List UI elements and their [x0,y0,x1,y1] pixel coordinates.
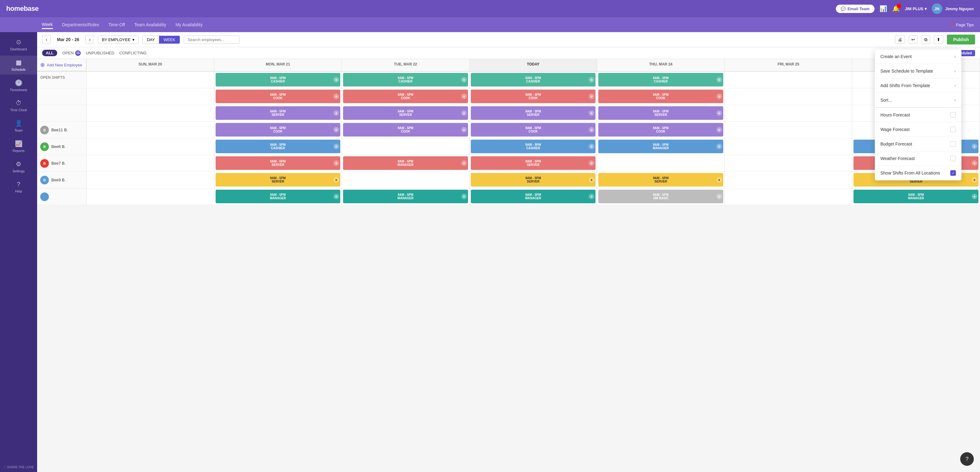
bee11-wed[interactable]: 9AM - 5PM COOK + [469,122,597,138]
day-view-button[interactable]: DAY [143,36,159,44]
share-love[interactable]: ♡ SHARE THE LOVE [0,462,37,472]
add-shift-icon[interactable]: + [589,144,594,149]
bee6-shift-thu[interactable]: 9AM - 5PM MANAGER + [598,139,723,153]
open-cook-thu[interactable]: 9AM - 5PM COOK + [597,88,725,105]
plan-selector[interactable]: JIM PLUS ▾ [905,6,927,11]
prev-week-button[interactable]: ‹ [42,35,51,44]
add-shift-icon[interactable]: + [334,177,339,182]
filter-conflicting[interactable]: CONFLICTING [119,51,146,55]
subnav-team-availability[interactable]: Team Availability [134,21,166,29]
open-cashier-sun[interactable] [87,72,215,88]
add-shift-icon[interactable]: + [716,177,722,182]
unnamed-shift-sat[interactable]: 9AM - 5PM MANAGER + [853,190,978,203]
unnamed-mon[interactable]: 9AM - 5PM MANAGER + [215,188,342,205]
add-shift-icon[interactable]: + [461,194,467,199]
unnamed-thu[interactable]: 9AM - 5PM JIM BASIC + [597,188,725,205]
add-from-template-item[interactable]: Add Shifts From Template › [875,78,961,93]
budget-forecast-check[interactable] [950,141,956,147]
unnamed-shift-mon[interactable]: 9AM - 5PM MANAGER + [216,190,340,203]
open-cook-sun[interactable] [87,88,215,105]
open-shift-cashier-tue[interactable]: 9AM - 5PM CASHIER + [343,73,468,87]
open-shift-cashier-thu[interactable]: 9AM - 5PM CASHIER + [598,73,723,87]
add-shift-icon[interactable]: + [461,77,467,82]
open-server-tue[interactable]: 9AM - 5PM SERVER + [342,105,469,122]
wage-forecast-item[interactable]: Wage Forecast [875,122,961,137]
unnamed-sat[interactable]: 9AM - 5PM MANAGER + [852,188,980,205]
open-cashier-wed[interactable]: 9AM - 5PM CASHIER + [469,72,597,88]
bee6-fri[interactable] [725,138,853,155]
add-shift-icon[interactable]: + [716,93,722,99]
employee-search-input[interactable] [184,35,239,44]
bee7-shift-mon[interactable]: 9AM - 5PM SERVER + [216,156,340,170]
sort-item[interactable]: Sort... › [875,93,961,108]
add-shift-icon[interactable]: + [716,144,722,149]
bee6-thu[interactable]: 9AM - 5PM MANAGER + [597,138,725,155]
open-cashier-fri[interactable] [725,72,853,88]
bee11-shift-mon[interactable]: 9AM - 5PM COOK + [216,123,340,136]
sidebar-item-timesheets[interactable]: 🕐 Timesheets [0,76,37,95]
hours-forecast-check[interactable] [950,112,956,118]
open-shift-cook-thu[interactable]: 9AM - 5PM COOK + [598,90,723,103]
analytics-icon[interactable]: 📊 [880,5,887,13]
open-shift-cashier-wed[interactable]: 9AM - 5PM CASHIER + [471,73,596,87]
notifications-icon[interactable]: 🔔 [892,5,900,13]
add-shift-icon[interactable]: + [334,127,339,133]
subnav-departments[interactable]: Departments/Roles [62,21,99,29]
add-shift-icon[interactable]: + [972,177,977,182]
bee11-shift-tue[interactable]: 9AM - 5PM COOK + [343,123,468,136]
add-shift-icon[interactable]: + [972,160,977,166]
bee11-fri[interactable] [725,122,853,138]
open-server-fri[interactable] [725,105,853,122]
filter-all[interactable]: ALL [42,50,57,56]
open-shift-cook-wed[interactable]: 9AM - 5PM COOK + [471,90,596,103]
filter-open[interactable]: OPEN 15 [62,50,81,56]
subnav-week[interactable]: Week [42,21,53,29]
filter-unpublished[interactable]: UNPUBLISHED [86,51,114,55]
weather-forecast-check[interactable] [950,156,956,161]
add-shift-icon[interactable]: + [716,194,722,199]
add-shift-icon[interactable]: + [589,77,594,82]
open-cashier-mon[interactable]: 9AM - 5PM CASHIER + [215,72,342,88]
save-template-item[interactable]: Save Schedule to Template › [875,64,961,78]
open-shift-server-mon[interactable]: 9AM - 5PM SERVER + [216,106,340,120]
add-shift-icon[interactable]: + [461,110,467,116]
by-employee-dropdown[interactable]: BY EMPLOYEE ▾ [98,35,138,44]
bee6-shift-wed[interactable]: 9AM - 5PM CASHIER + [471,139,596,153]
bee11-sun[interactable] [87,122,215,138]
bee9-fri[interactable] [725,172,853,188]
more-options-button[interactable]: ⬆ [934,35,943,44]
weather-forecast-item[interactable]: Weather Forecast [875,151,961,166]
add-shift-icon[interactable]: + [334,144,339,149]
bee9-wed[interactable]: 9AM - 5PM SERVER + [469,172,597,188]
add-shift-icon[interactable]: + [334,110,339,116]
bee6-wed[interactable]: 9AM - 5PM CASHIER + [469,138,597,155]
sidebar-item-help[interactable]: ? Help [0,177,37,196]
bee6-shift-mon[interactable]: 9AM - 5PM CASHIER + [216,139,340,153]
unnamed-wed[interactable]: 9AM - 5PM MANAGER + [469,188,597,205]
add-shift-icon[interactable]: + [589,177,594,182]
unnamed-shift-thu[interactable]: 9AM - 5PM JIM BASIC + [598,190,723,203]
bee9-thu[interactable]: 9AM - 5PM SERVER + [597,172,725,188]
bee11-tue[interactable]: 9AM - 5PM COOK + [342,122,469,138]
subnav-my-availability[interactable]: My Availability [175,21,203,29]
add-shift-icon[interactable]: + [589,127,594,133]
add-shift-icon[interactable]: + [589,110,594,116]
bee7-wed[interactable]: 9AM - 5PM SERVER + [469,155,597,172]
add-shift-icon[interactable]: + [716,110,722,116]
open-server-mon[interactable]: 9AM - 5PM SERVER + [215,105,342,122]
open-shift-cook-tue[interactable]: 9AM - 5PM COOK + [343,90,468,103]
sidebar-item-team[interactable]: 👤 Team [0,116,37,135]
sidebar-item-schedule[interactable]: ▦ Schedule [0,55,37,74]
add-shift-icon[interactable]: + [334,77,339,82]
unnamed-fri[interactable] [725,188,853,205]
add-shift-icon[interactable]: + [334,93,339,99]
open-server-sun[interactable] [87,105,215,122]
bee6-sun[interactable] [87,138,215,155]
add-shift-icon[interactable]: + [461,93,467,99]
bee7-thu[interactable] [597,155,725,172]
add-shift-icon[interactable]: + [972,194,977,199]
open-cook-fri[interactable] [725,88,853,105]
bee9-tue[interactable] [342,172,469,188]
bee11-shift-wed[interactable]: 9AM - 5PM COOK + [471,123,596,136]
show-all-locations-item[interactable]: Show Shifts From All Locations ✓ [875,166,961,181]
